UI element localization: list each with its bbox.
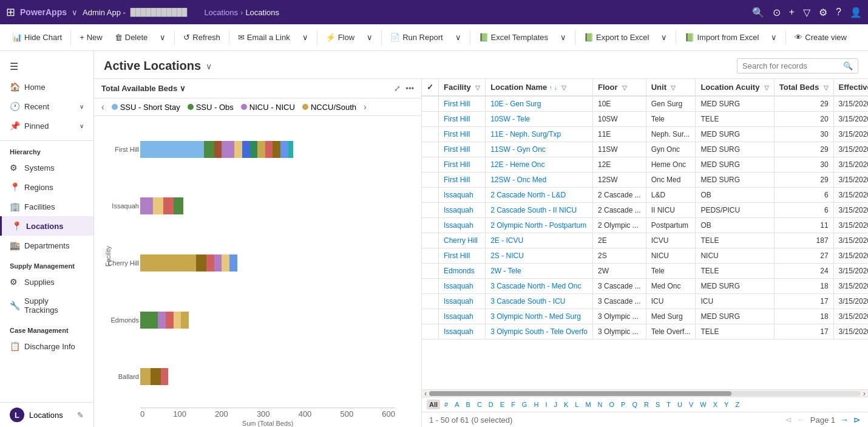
acuity-filter-icon[interactable]: ▽	[764, 84, 769, 91]
row-select[interactable]	[422, 233, 439, 248]
row-select[interactable]	[422, 309, 439, 324]
search-input[interactable]	[742, 61, 839, 70]
alpha-btn-k[interactable]: K	[561, 400, 571, 409]
alpha-btn-q[interactable]: Q	[629, 400, 640, 409]
sidebar-item-supply-trackings[interactable]: 🔧 Supply Trackings	[0, 292, 93, 319]
refresh-button[interactable]: ↺ Refresh	[178, 30, 225, 44]
row-facility[interactable]: Issaquah	[439, 324, 486, 340]
select-all-checkbox[interactable]: ✓	[427, 83, 433, 92]
alpha-btn-#[interactable]: #	[442, 400, 450, 409]
brand-chevron-icon[interactable]: ∨	[72, 8, 78, 17]
search-icon[interactable]: 🔍	[752, 7, 764, 18]
th-facility[interactable]: Facility ▽	[439, 79, 486, 96]
row-location-name[interactable]: 12SW - Onc Med	[486, 173, 593, 188]
alpha-btn-i[interactable]: I	[543, 400, 549, 409]
row-location-name[interactable]: 2 Cascade South - II NICU	[486, 203, 593, 218]
delete-dropdown-button[interactable]: ∨	[155, 30, 171, 44]
row-select[interactable]	[422, 279, 439, 294]
row-facility[interactable]: Issaquah	[439, 294, 486, 309]
sidebar-footer[interactable]: L Locations ✎	[0, 402, 93, 427]
row-select[interactable]	[422, 112, 439, 127]
chart-metric-button[interactable]: Total Available Beds ∨	[101, 84, 186, 93]
row-facility[interactable]: First Hill	[439, 96, 486, 112]
export-dropdown-button[interactable]: ∨	[656, 30, 672, 44]
row-location-name[interactable]: 2 Olympic North - Postpartum	[486, 218, 593, 233]
sidebar-item-home[interactable]: 🏠 Home	[0, 77, 93, 97]
row-location-name[interactable]: 2S - NICU	[486, 248, 593, 264]
delete-button[interactable]: 🗑 Delete	[110, 30, 153, 44]
th-select[interactable]: ✓	[422, 79, 439, 96]
alpha-btn-u[interactable]: U	[675, 400, 685, 409]
page-last-button[interactable]: ⊳	[853, 415, 861, 425]
alpha-btn-o[interactable]: O	[607, 400, 617, 409]
th-floor[interactable]: Floor ▽	[592, 79, 646, 96]
row-location-name[interactable]: 10SW - Tele	[486, 112, 593, 127]
h-scroll-track[interactable]	[429, 391, 860, 396]
chart-nav-left-icon[interactable]: ‹	[101, 102, 104, 112]
excel-templates-button[interactable]: 📗 Excel Templates	[474, 30, 553, 44]
alpha-btn-t[interactable]: T	[664, 400, 673, 409]
th-effective-start-date[interactable]: Effective State Date ▽	[833, 79, 868, 96]
row-select[interactable]	[422, 264, 439, 279]
row-location-name[interactable]: 3 Olympic South - Tele Overfo	[486, 324, 593, 340]
user-icon[interactable]: 👤	[850, 7, 862, 18]
th-total-beds[interactable]: Total Beds ▽	[774, 79, 833, 96]
row-select[interactable]	[422, 248, 439, 264]
hamburger-button[interactable]: ☰	[0, 56, 93, 77]
import-dropdown-button[interactable]: ∨	[766, 30, 782, 44]
row-location-name[interactable]: 3 Cascade South - ICU	[486, 294, 593, 309]
row-location-name[interactable]: 2E - ICVU	[486, 233, 593, 248]
sidebar-item-discharge-info[interactable]: 📋 Discharge Info	[0, 336, 93, 356]
row-select[interactable]	[422, 142, 439, 157]
row-location-name[interactable]: 3 Cascade North - Med Onc	[486, 279, 593, 294]
row-select[interactable]	[422, 324, 439, 340]
settings-icon[interactable]: ⚙	[819, 7, 827, 18]
sidebar-item-pinned[interactable]: 📌 Pinned ∨	[0, 116, 93, 135]
chart-expand-icon[interactable]: ⤢	[394, 84, 401, 93]
sidebar-item-facilities[interactable]: 🏢 Facilities	[0, 197, 93, 216]
row-select[interactable]	[422, 157, 439, 173]
alpha-btn-j[interactable]: J	[551, 400, 560, 409]
row-facility[interactable]: Issaquah	[439, 188, 486, 203]
row-facility[interactable]: Issaquah	[439, 309, 486, 324]
flow-button[interactable]: ⚡ Flow	[321, 30, 359, 44]
search-box[interactable]: 🔍	[737, 58, 858, 73]
alpha-btn-all[interactable]: All	[427, 400, 440, 409]
alpha-btn-b[interactable]: B	[464, 400, 473, 409]
chart-more-icon[interactable]: •••	[405, 84, 414, 93]
th-location-acuity[interactable]: Location Acuity ▽	[696, 79, 774, 96]
row-facility[interactable]: Issaquah	[439, 218, 486, 233]
new-button[interactable]: + New	[75, 30, 107, 44]
row-location-name[interactable]: 2 Cascade North - L&D	[486, 188, 593, 203]
breadcrumb-locations1[interactable]: Locations	[204, 8, 238, 17]
th-unit[interactable]: Unit ▽	[646, 79, 696, 96]
th-location-name[interactable]: Location Name ↑ ↓ ▽	[486, 79, 593, 96]
sidebar-item-regions[interactable]: 📍 Regions	[0, 177, 93, 197]
row-location-name[interactable]: 3 Olympic North - Med Surg	[486, 309, 593, 324]
alpha-btn-y[interactable]: Y	[722, 400, 731, 409]
row-facility[interactable]: Cherry Hill	[439, 233, 486, 248]
alpha-btn-z[interactable]: Z	[733, 400, 742, 409]
page-prev-button[interactable]: ←	[797, 415, 805, 425]
flow-dropdown-button[interactable]: ∨	[362, 30, 378, 44]
location-name-filter-icon[interactable]: ▽	[561, 84, 566, 91]
chart-nav-right-icon[interactable]: ›	[364, 102, 367, 112]
alpha-btn-e[interactable]: E	[498, 400, 507, 409]
row-facility[interactable]: First Hill	[439, 142, 486, 157]
page-title-chevron-icon[interactable]: ∨	[206, 61, 212, 71]
row-facility[interactable]: First Hill	[439, 112, 486, 127]
alpha-btn-d[interactable]: D	[486, 400, 496, 409]
sidebar-item-departments[interactable]: 🏬 Departments	[0, 236, 93, 255]
email-dropdown-button[interactable]: ∨	[297, 30, 313, 44]
alpha-btn-f[interactable]: F	[509, 400, 518, 409]
sidebar-item-systems[interactable]: ⚙ Systems	[0, 158, 93, 177]
alpha-btn-h[interactable]: H	[531, 400, 541, 409]
alpha-btn-m[interactable]: M	[583, 400, 593, 409]
row-location-name[interactable]: 11E - Neph. Surg/Txp	[486, 127, 593, 142]
alpha-btn-v[interactable]: V	[687, 400, 696, 409]
alpha-btn-r[interactable]: R	[642, 400, 651, 409]
location-name-sort-desc-icon[interactable]: ↓	[554, 84, 557, 91]
row-facility[interactable]: Issaquah	[439, 203, 486, 218]
row-select[interactable]	[422, 188, 439, 203]
run-report-button[interactable]: 📄 Run Report	[385, 30, 447, 44]
